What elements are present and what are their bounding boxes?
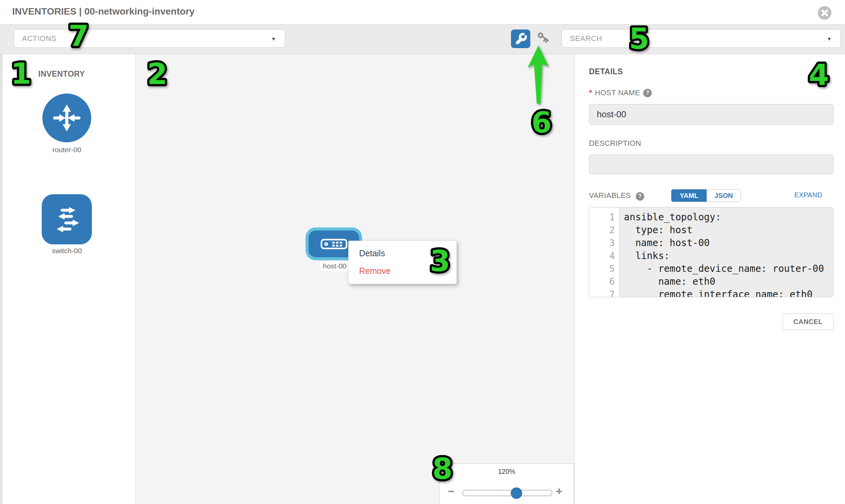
search-dropdown[interactable]: SEARCH ▼ bbox=[562, 29, 841, 48]
context-menu-details[interactable]: Details bbox=[349, 245, 456, 262]
line-code: name: host-00 bbox=[619, 237, 710, 250]
line-code: - remote_device_name: router-00 bbox=[619, 262, 824, 275]
editor-line: 3 name: host-00 bbox=[589, 237, 833, 250]
host-name-label-row: * HOST NAME ? bbox=[589, 88, 652, 97]
zoom-control: 120% − + bbox=[439, 463, 574, 504]
inventory-topology-page: INVENTORIES | 00-networking-inventory AC… bbox=[0, 0, 845, 504]
router-label: router-00 bbox=[16, 146, 118, 154]
tools-button[interactable] bbox=[511, 30, 530, 48]
editor-line: 4 links: bbox=[589, 250, 833, 262]
line-code: ansible_topology: bbox=[619, 211, 721, 224]
wrench-icon bbox=[514, 33, 527, 45]
description-label: DESCRIPTION bbox=[589, 139, 641, 148]
editor-line: 5 - remote_device_name: router-00 bbox=[589, 262, 833, 275]
zoom-slider-track[interactable] bbox=[462, 490, 552, 496]
details-panel: DETAILS * HOST NAME ? DESCRIPTION VARIAB… bbox=[574, 54, 845, 504]
key-icon bbox=[536, 32, 553, 47]
line-number: 1 bbox=[589, 211, 619, 224]
close-icon bbox=[818, 6, 831, 20]
zoom-in-button[interactable]: + bbox=[556, 485, 563, 497]
editor-lines: 1ansible_topology: 2 type: host 3 name: … bbox=[589, 211, 833, 297]
line-code: name: eth0 bbox=[619, 275, 716, 288]
format-toggle: YAML JSON bbox=[671, 189, 741, 202]
context-menu: Details Remove bbox=[348, 241, 457, 284]
context-menu-remove[interactable]: Remove bbox=[349, 262, 456, 280]
line-number: 6 bbox=[589, 275, 619, 288]
description-input[interactable] bbox=[589, 155, 833, 174]
zoom-percent: 120% bbox=[439, 468, 574, 475]
switch-icon bbox=[51, 203, 83, 236]
line-number: 5 bbox=[589, 262, 619, 275]
variables-row: VARIABLES ? YAML JSON EXPAND bbox=[589, 191, 833, 205]
chevron-down-icon: ▼ bbox=[827, 36, 832, 41]
editor-line: 2 type: host bbox=[589, 224, 833, 237]
sidebar-item-router[interactable] bbox=[42, 93, 91, 142]
line-number: 4 bbox=[589, 250, 619, 262]
help-icon[interactable]: ? bbox=[636, 192, 644, 201]
line-code: remote_interface_name: eth0 bbox=[619, 288, 812, 297]
variables-label: VARIABLES bbox=[589, 191, 631, 200]
sidebar-edge-strip bbox=[0, 54, 2, 504]
variables-editor[interactable]: 1ansible_topology: 2 type: host 3 name: … bbox=[589, 207, 833, 297]
chevron-down-icon: ▼ bbox=[271, 36, 276, 41]
help-icon[interactable]: ? bbox=[643, 89, 652, 97]
line-number: 7 bbox=[589, 288, 619, 297]
line-code: type: host bbox=[619, 224, 692, 237]
line-code: links: bbox=[619, 250, 670, 262]
host-node-label: host-00 bbox=[320, 262, 349, 271]
zoom-slider-knob[interactable] bbox=[511, 487, 522, 499]
expand-link[interactable]: EXPAND bbox=[794, 191, 822, 199]
line-number: 2 bbox=[589, 224, 619, 237]
required-mark: * bbox=[589, 88, 592, 97]
cancel-button[interactable]: CANCEL bbox=[782, 313, 833, 330]
page-header: INVENTORIES | 00-networking-inventory bbox=[0, 0, 845, 24]
host-name-input[interactable] bbox=[589, 104, 833, 125]
host-name-label: HOST NAME bbox=[595, 88, 640, 97]
search-dropdown-label: SEARCH bbox=[570, 34, 602, 43]
close-button[interactable] bbox=[818, 6, 831, 20]
actions-dropdown-label: ACTIONS bbox=[22, 34, 56, 43]
sidebar-item-switch[interactable] bbox=[42, 194, 92, 245]
router-icon bbox=[51, 102, 83, 133]
editor-line: 7 remote_interface_name: eth0 bbox=[589, 288, 833, 297]
editor-line: 1ansible_topology: bbox=[589, 211, 833, 224]
toolbar: ACTIONS ▼ SEARCH ▼ bbox=[0, 24, 845, 54]
json-toggle-button[interactable]: JSON bbox=[707, 190, 741, 202]
page-title: INVENTORIES | 00-networking-inventory bbox=[12, 6, 195, 17]
key-button[interactable] bbox=[536, 32, 553, 47]
line-number: 3 bbox=[589, 237, 619, 250]
actions-dropdown[interactable]: ACTIONS ▼ bbox=[14, 29, 285, 48]
sidebar-title: INVENTORY bbox=[38, 70, 85, 79]
zoom-out-button[interactable]: − bbox=[448, 485, 455, 497]
panel-title: DETAILS bbox=[589, 67, 623, 76]
switch-label: switch-00 bbox=[16, 247, 118, 255]
editor-line: 6 name: eth0 bbox=[589, 275, 833, 288]
yaml-toggle-button[interactable]: YAML bbox=[671, 190, 707, 202]
host-icon bbox=[320, 239, 348, 250]
